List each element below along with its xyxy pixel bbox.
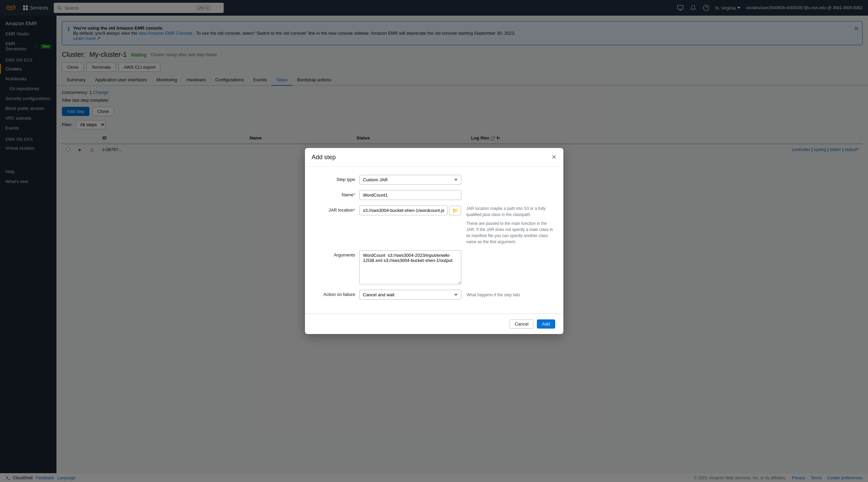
modal-add-button[interactable]: Add (537, 319, 555, 329)
step-type-label: Step type (314, 175, 355, 182)
add-step-modal: Add step ✕ Step type Custom JAR Name* (305, 148, 563, 334)
jar-location-hints: JAR location maybe a path into S3 or a f… (464, 205, 554, 245)
modal-close-button[interactable]: ✕ (551, 153, 557, 161)
action-on-failure-control: Cancel and wait What happens if the step… (359, 290, 554, 300)
modal-footer: Cancel Add (305, 314, 563, 334)
action-on-failure-row: Action on failure Cancel and wait What h… (314, 290, 554, 300)
arguments-row: Arguments WordCount s3://sws3004-2023/in… (314, 250, 554, 284)
jar-location-control: 📁 JAR location maybe a path into S3 or a… (359, 205, 554, 245)
modal-overlay[interactable]: Add step ✕ Step type Custom JAR Name* (0, 0, 868, 482)
jar-location-label: JAR location* (314, 205, 355, 213)
modal-title: Add step (312, 154, 336, 161)
action-hint: What happens if the step fails (467, 290, 520, 298)
modal-body: Step type Custom JAR Name* J (305, 167, 563, 313)
arguments-label: Arguments (314, 250, 355, 257)
name-input[interactable] (359, 190, 461, 200)
name-label: Name* (314, 190, 355, 197)
jar-location-row: JAR location* 📁 JAR location maybe a pat… (314, 205, 554, 245)
name-control (359, 190, 554, 200)
folder-browse-button[interactable]: 📁 (449, 206, 461, 215)
arguments-textarea[interactable]: WordCount s3://sws3004-2023/input/enwiki… (359, 250, 461, 284)
modal-cancel-button[interactable]: Cancel (510, 319, 533, 329)
name-row: Name* (314, 190, 554, 200)
modal-header: Add step ✕ (305, 148, 563, 167)
jar-location-input[interactable] (359, 205, 448, 215)
step-type-row: Step type Custom JAR (314, 175, 554, 185)
step-type-select[interactable]: Custom JAR (359, 175, 461, 185)
jar-location-hint2: These are passed to the main function in… (466, 220, 554, 245)
action-on-failure-label: Action on failure (314, 290, 355, 297)
action-on-failure-select[interactable]: Cancel and wait (359, 290, 461, 300)
step-type-control: Custom JAR (359, 175, 554, 185)
arguments-control: WordCount s3://sws3004-2023/input/enwiki… (359, 250, 554, 284)
jar-location-hint: JAR location maybe a path into S3 or a f… (466, 205, 554, 218)
jar-location-wrap: 📁 (359, 205, 461, 215)
